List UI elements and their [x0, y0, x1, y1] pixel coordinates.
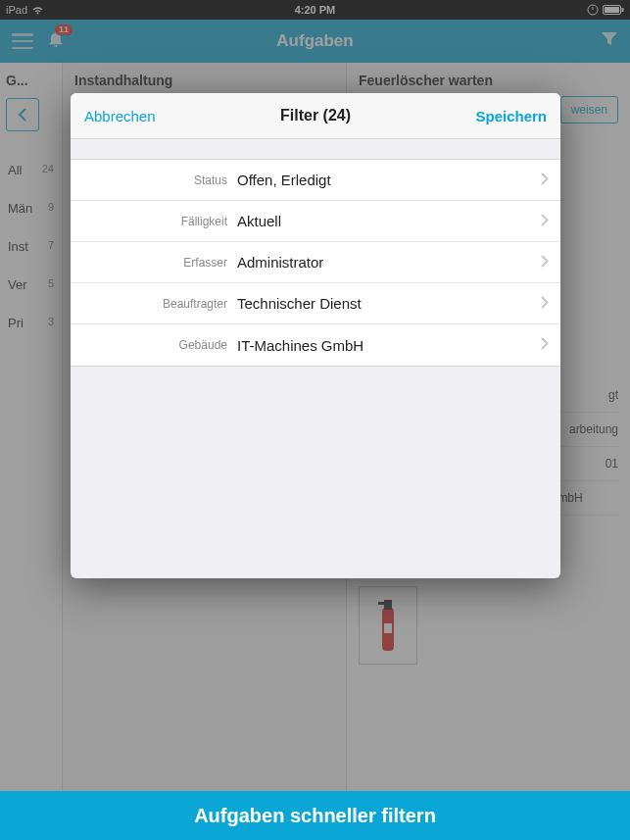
filter-item-label: Erfasser — [71, 256, 237, 270]
filter-item-due[interactable]: Fälligkeit Aktuell — [71, 201, 560, 242]
save-button[interactable]: Speichern — [475, 108, 547, 124]
filter-item-status[interactable]: Status Offen, Erledigt — [71, 160, 560, 201]
chevron-right-icon — [541, 213, 549, 230]
bottom-banner: Aufgaben schneller filtern — [0, 791, 630, 840]
filter-item-building[interactable]: Gebäude IT-Machines GmbH — [71, 324, 560, 366]
filter-item-value: Offen, Erledigt — [237, 172, 541, 188]
filter-item-value: Aktuell — [237, 213, 541, 229]
modal-header: Abbrechen Filter (24) Speichern — [71, 93, 560, 139]
filter-modal: Abbrechen Filter (24) Speichern Status O… — [71, 93, 560, 578]
chevron-right-icon — [541, 336, 549, 354]
chevron-right-icon — [541, 172, 549, 189]
filter-item-value: IT-Machines GmbH — [237, 337, 541, 354]
filter-item-assignee[interactable]: Beauftragter Technischer Dienst — [71, 283, 560, 324]
cancel-button[interactable]: Abbrechen — [84, 108, 156, 124]
filter-item-label: Status — [71, 173, 237, 187]
banner-text: Aufgaben schneller filtern — [194, 805, 436, 827]
filter-item-label: Fälligkeit — [71, 215, 237, 228]
filter-item-label: Gebäude — [71, 338, 237, 352]
chevron-right-icon — [541, 295, 549, 313]
filter-list: Status Offen, Erledigt Fälligkeit Aktuel… — [71, 159, 560, 367]
filter-item-label: Beauftragter — [71, 297, 237, 311]
modal-title: Filter (24) — [280, 107, 351, 124]
filter-item-creator[interactable]: Erfasser Administrator — [71, 242, 560, 283]
filter-item-value: Administrator — [237, 254, 541, 271]
filter-item-value: Technischer Dienst — [237, 295, 541, 312]
chevron-right-icon — [541, 254, 549, 272]
